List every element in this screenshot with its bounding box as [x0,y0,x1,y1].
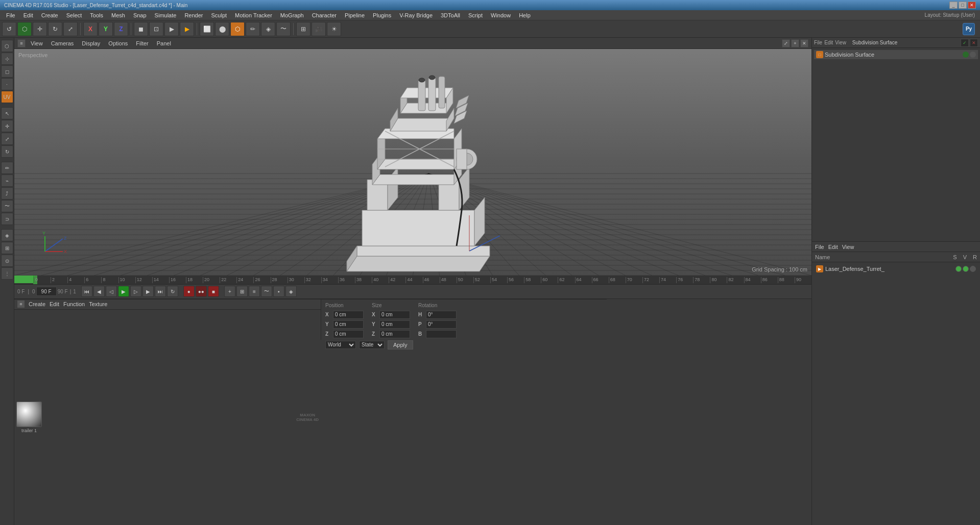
menu-create[interactable]: Create [37,11,62,19]
x-size-input[interactable] [379,311,410,319]
brush-tool[interactable]: ✏ [1,162,13,174]
box-tool[interactable]: ⬜ [200,22,214,36]
mat-toggle[interactable]: ≡ [17,301,25,308]
render-anim[interactable]: ▶ [180,22,194,36]
spline-tool[interactable]: 〜 [1,200,13,212]
p-rot-input[interactable] [426,320,457,329]
z-size-input[interactable] [379,330,410,338]
attr-file-label[interactable]: File [814,40,822,45]
timeline-view-btn[interactable]: ⊞ [236,286,248,297]
vp-expand-icon[interactable]: ⤢ [782,39,790,47]
z-pos-input[interactable] [333,330,364,338]
material-item[interactable]: trailer 1 [16,402,42,433]
vp-menu-filter[interactable]: Filter [133,39,151,47]
vp-menu-view[interactable]: View [28,39,46,47]
menu-select[interactable]: Select [62,11,86,19]
viewport[interactable]: Perspective Grid Spacing : 100 cm [14,49,811,276]
point-mode-btn[interactable]: · [1,78,13,90]
h-rot-input[interactable] [426,311,457,319]
y-pos-input[interactable] [333,320,364,329]
misc-btn[interactable]: ⋮ [1,267,13,280]
menu-help[interactable]: Help [515,11,535,19]
mat-menu-function[interactable]: Function [63,301,85,307]
subdivision-surface-item[interactable]: □ Subdivision Surface [814,50,978,59]
move-tool[interactable]: ✛ [1,120,13,132]
edge-mode-btn[interactable]: ◻ [1,65,13,78]
object-btn[interactable]: ⬡ [230,22,245,36]
motion-clip-btn[interactable]: ▪ [273,286,284,297]
next-frame-btn[interactable]: ▶ [142,286,154,297]
paint-btn[interactable]: ✏ [246,22,260,36]
camera-btn[interactable]: 🎥 [312,22,326,36]
vp-toggle[interactable]: ≡ [17,39,26,47]
render-region[interactable]: ⊡ [149,22,163,36]
knife-tool[interactable]: ⌁ [1,174,13,187]
scale-tool[interactable]: ⤢ [1,133,13,145]
record-all-btn[interactable]: ●● [196,286,207,297]
menu-snap[interactable]: Snap [129,11,151,19]
mat-menu-create[interactable]: Create [29,301,45,307]
view-btn1[interactable]: ⊞ [296,22,310,36]
obj-edit-menu[interactable]: Edit [828,244,838,250]
uv-mode-btn[interactable]: UV [1,91,13,103]
menu-motion-tracker[interactable]: Motion Tracker [231,11,276,19]
vp-menu-panel[interactable]: Panel [154,39,174,47]
obj-file-menu[interactable]: File [815,244,824,250]
menu-character[interactable]: Character [308,11,341,19]
axis-y-button[interactable]: Y [99,22,113,36]
render-full[interactable]: ▶ [164,22,179,36]
y-size-input[interactable] [379,320,410,329]
vp-menu-display[interactable]: Display [79,39,103,47]
apply-button[interactable]: Apply [388,340,413,349]
sphere-tool[interactable]: ⬤ [215,22,229,36]
menu-script[interactable]: Script [464,11,487,19]
b-rot-input[interactable] [426,330,457,338]
stop-btn[interactable]: ■ [208,286,219,297]
play-btn[interactable]: ▶ [118,286,129,297]
minimize-button[interactable]: _ [949,2,958,9]
key-add-btn[interactable]: + [224,286,235,297]
magnet-tool[interactable]: ⊃ [1,213,13,225]
model-mode-btn[interactable]: ⬡ [1,40,13,52]
menu-plugins[interactable]: Plugins [369,11,395,19]
move-button[interactable]: ✛ [33,22,47,36]
undo-button[interactable]: ↺ [2,22,16,36]
rotate-tool[interactable]: ↻ [1,145,13,158]
axis-x-button[interactable]: X [83,22,98,36]
menu-window[interactable]: Window [487,11,515,19]
prev-frame-btn[interactable]: ◀ [93,286,105,297]
last-frame-btn[interactable]: ⏭ [155,286,166,297]
mesh-mode-btn[interactable]: ⊹ [1,53,13,65]
menu-sculpt[interactable]: Sculpt [207,11,231,19]
vp-close-icon[interactable]: ✕ [800,39,808,47]
mat-menu-texture[interactable]: Texture [89,301,107,307]
state-select[interactable]: State [359,341,385,349]
mat-menu-edit[interactable]: Edit [50,301,59,307]
dopesheet-btn[interactable]: ≡ [249,286,260,297]
select-tool[interactable]: ↖ [1,107,13,119]
render-preview[interactable]: ◼ [134,22,148,36]
menu-pipeline[interactable]: Pipeline [341,11,369,19]
attr-edit-label[interactable]: Edit [824,40,833,45]
snap-btn[interactable]: ⊙ [1,255,13,267]
record-btn[interactable]: ● [183,286,195,297]
material-btn[interactable]: ◈ [261,22,275,36]
obj-view-menu[interactable]: View [842,244,854,250]
vp-menu-cameras[interactable]: Cameras [48,39,77,47]
material-layer-btn[interactable]: ◈ [1,229,13,241]
menu-simulate[interactable]: Simulate [151,11,181,19]
loop-btn[interactable]: ↻ [167,286,178,297]
rotate-button[interactable]: ↻ [48,22,62,36]
x-pos-input[interactable] [333,311,364,319]
next-key-btn[interactable]: ▷ [130,286,141,297]
menu-tools[interactable]: Tools [86,11,107,19]
prev-key-btn[interactable]: ◁ [106,286,117,297]
close-button[interactable]: ✕ [968,2,976,9]
attr-check-icon[interactable]: ✓ [961,39,969,47]
attr-view-label[interactable]: View [835,40,846,45]
menu-3dtoall[interactable]: 3DToAll [437,11,464,19]
menu-render[interactable]: Render [180,11,207,19]
light-btn[interactable]: ☀ [327,22,341,36]
menu-vray[interactable]: V-Ray Bridge [395,11,437,19]
fcurve-btn[interactable]: 〜 [261,286,272,297]
